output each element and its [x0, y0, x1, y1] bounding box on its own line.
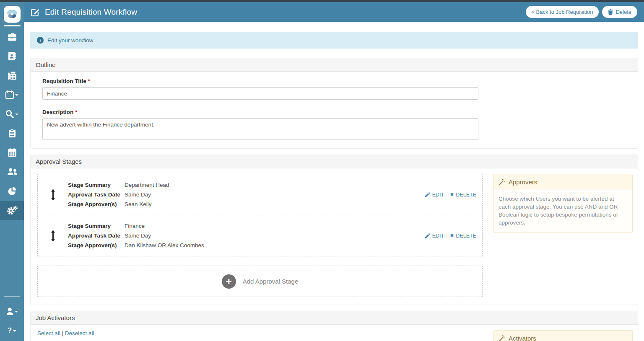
sidebar-item-reports[interactable]	[0, 181, 24, 201]
approvers-note-column: Approvers Choose which Users you want to…	[493, 174, 633, 297]
stage-summary-label: Stage Summary	[68, 180, 125, 190]
sidebar-item-help[interactable]: ?	[0, 321, 24, 340]
magic-wand-icon	[499, 179, 505, 186]
activators-note-header: Activators	[493, 331, 632, 341]
add-approval-stage-button[interactable]: + Add Approval Stage	[37, 266, 483, 297]
sidebar-item-account[interactable]	[0, 302, 24, 321]
select-links: Select all | Deselect all	[37, 330, 483, 336]
stage-summary-label: Stage Summary	[68, 221, 125, 231]
stage-fields: Stage Summary Finance Approval Task Date…	[68, 221, 425, 250]
required-marker: *	[88, 78, 90, 84]
stage-approvers-value: Sean Kelly	[125, 199, 152, 209]
links-separator: |	[62, 330, 64, 336]
stage-list: Stage Summary Department Head Approval T…	[37, 174, 483, 256]
delete-stage-link[interactable]: ✖ DELETE	[450, 192, 476, 198]
sidebar-item-vacancy-calendar[interactable]	[0, 85, 24, 104]
magic-wand-icon	[499, 335, 505, 341]
butterfly-logo-icon	[6, 9, 18, 20]
description-label: Description *	[42, 109, 626, 115]
stage-approvers-value: Dan Kilshaw OR Alex Coombes	[125, 240, 204, 250]
approvers-note-title: Approvers	[509, 178, 537, 186]
stages-column: Stage Summary Department Head Approval T…	[37, 174, 483, 297]
chevron-down-icon	[15, 311, 18, 313]
approval-stages-panel: Approval Stages Stage Summary Dep	[30, 155, 638, 305]
sidebar-item-jobs[interactable]	[0, 27, 24, 46]
select-all-link[interactable]: Select all	[37, 330, 60, 336]
cogs-icon	[7, 206, 18, 215]
approval-stages-panel-body: Stage Summary Department Head Approval T…	[31, 168, 638, 305]
approvers-note-panel: Approvers Choose which Users you want to…	[493, 174, 633, 233]
trash-icon	[608, 9, 613, 15]
search-icon	[5, 110, 14, 118]
sidebar-item-users[interactable]	[0, 162, 24, 181]
approval-stages-panel-title: Approval Stages	[31, 155, 638, 168]
arrows-vertical-icon	[51, 189, 55, 201]
job-activators-panel: Job Activators Select all | Deselect all…	[30, 311, 638, 341]
users-icon	[7, 168, 17, 176]
header-actions: « Back to Job Requisition Delete	[526, 6, 637, 18]
sidebar-item-search[interactable]	[0, 104, 24, 124]
pie-chart-icon	[8, 187, 16, 195]
sidebar-item-candidates[interactable]	[0, 46, 24, 66]
sidebar-item-fax[interactable]	[0, 66, 24, 85]
pencil-icon	[425, 192, 430, 197]
sidebar-bottom: ?	[0, 296, 24, 341]
stage-summary-value: Department Head	[125, 180, 169, 190]
outline-panel-title: Outline	[31, 58, 638, 72]
pencil-icon	[425, 233, 430, 238]
sidebar-item-tasks[interactable]	[0, 124, 24, 143]
approval-task-date-label: Approval Task Date	[68, 231, 125, 240]
help-icon: ?	[8, 326, 12, 335]
main-content: i Edit your workflow. Outline Requisitio…	[24, 22, 644, 341]
stage-actions: EDIT ✖ DELETE	[425, 192, 476, 198]
app-logo[interactable]	[4, 6, 21, 23]
window-top-strip	[0, 0, 644, 2]
approval-task-date-value: Same Day	[125, 231, 151, 240]
edit-stage-link[interactable]: EDIT	[425, 192, 444, 198]
activators-column: Select all | Deselect all Martin Potts J…	[37, 330, 483, 341]
edit-page-icon	[31, 8, 40, 17]
approvers-note-body: Choose which Users you want to be alerte…	[493, 190, 632, 232]
info-icon: i	[37, 37, 44, 44]
stage-approvers-label: Stage Approver(s)	[68, 199, 125, 209]
address-book-icon	[8, 52, 16, 60]
add-approval-stage-label: Add Approval Stage	[243, 278, 299, 285]
delete-button[interactable]: Delete	[602, 6, 637, 18]
stage-actions: EDIT ✖ DELETE	[425, 233, 476, 239]
plus-circle-icon: +	[222, 274, 236, 289]
delete-stage-link[interactable]: ✖ DELETE	[450, 233, 476, 239]
x-icon: ✖	[450, 233, 454, 238]
chevron-down-icon	[15, 114, 18, 115]
deselect-all-link[interactable]: Deselect all	[65, 330, 94, 336]
approval-task-date-label: Approval Task Date	[68, 190, 125, 199]
chevron-down-icon	[15, 94, 18, 96]
job-activators-panel-body: Select all | Deselect all Martin Potts J…	[31, 325, 638, 341]
edit-stage-link[interactable]: EDIT	[425, 233, 444, 239]
fax-icon	[8, 72, 16, 80]
requisition-title-label: Requisition Title *	[42, 78, 626, 84]
back-to-job-requisition-button[interactable]: « Back to Job Requisition	[526, 6, 599, 18]
stage-row: Stage Summary Finance Approval Task Date…	[38, 215, 482, 256]
sidebar-item-calendar[interactable]	[0, 143, 24, 162]
activators-note-column: Activators	[493, 330, 633, 341]
stage-approvers-label: Stage Approver(s)	[68, 240, 125, 250]
alert-message: Edit your workflow.	[47, 37, 95, 44]
page-title: Edit Requisition Workflow	[45, 8, 137, 17]
description-textarea[interactable]: New advert within the Finance department…	[42, 118, 478, 140]
approvers-note-header: Approvers	[493, 174, 632, 190]
approval-task-date-value: Same Day	[125, 190, 151, 199]
sidebar-divider	[4, 296, 20, 297]
sidebar-item-settings[interactable]	[0, 201, 24, 220]
logo-underline	[4, 25, 21, 26]
chevron-down-icon	[13, 330, 16, 332]
info-alert: i Edit your workflow.	[30, 32, 638, 49]
clipboard-icon	[9, 129, 16, 137]
requisition-title-input[interactable]	[42, 87, 478, 100]
x-icon: ✖	[450, 192, 454, 197]
activators-note-title: Activators	[509, 335, 536, 341]
drag-handle[interactable]	[38, 189, 68, 201]
outline-panel-body: Requisition Title * Description * New ad…	[31, 72, 638, 148]
drag-handle[interactable]	[38, 230, 68, 242]
stage-row: Stage Summary Department Head Approval T…	[38, 174, 482, 215]
stage-fields: Stage Summary Department Head Approval T…	[68, 180, 425, 209]
